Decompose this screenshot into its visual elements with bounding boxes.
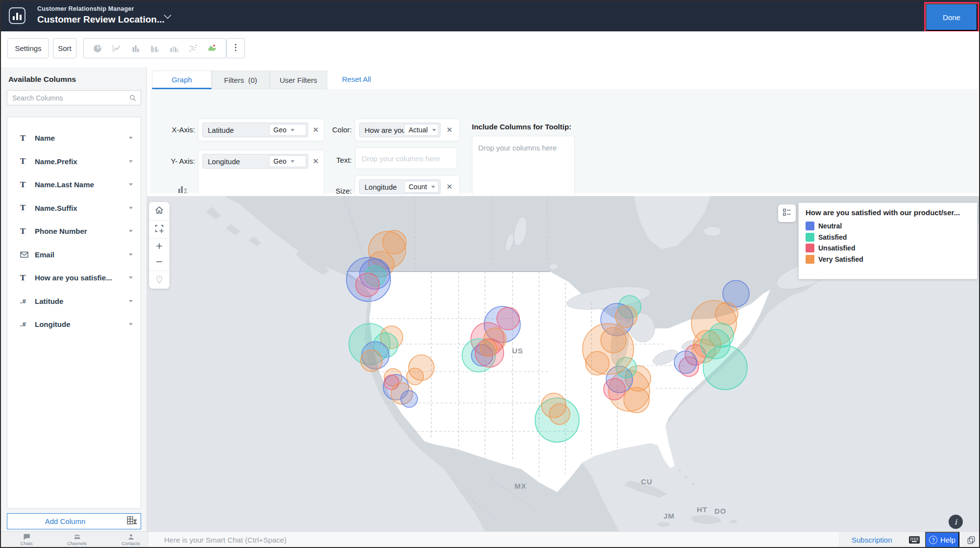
map-bubble-orange[interactable]	[624, 387, 649, 413]
help-button[interactable]: ? Help	[925, 532, 959, 548]
map-label-ht: HT	[697, 505, 708, 514]
chevron-down-icon[interactable]	[129, 207, 133, 209]
chevron-down-icon[interactable]	[129, 183, 133, 186]
smart-chat-bar[interactable]: Here is your Smart Chat (Ctrl+Space)	[147, 532, 839, 548]
tab-filters[interactable]: Filters (0)	[212, 71, 270, 89]
y-axis-column-chip[interactable]: Longitude Geo	[202, 154, 308, 169]
chevron-down-icon	[291, 129, 294, 131]
scatter-chart-icon[interactable]	[187, 43, 199, 54]
y-axis-mode-dropdown[interactable]: Geo	[269, 155, 306, 167]
map-bubble-red[interactable]	[604, 378, 625, 400]
map-zoom-out-button[interactable]	[149, 254, 170, 271]
map-bubble-orange[interactable]	[480, 340, 497, 356]
search-columns-box	[7, 90, 141, 105]
chevron-down-icon[interactable]	[129, 300, 133, 302]
color-clear-icon[interactable]: ✕	[446, 126, 453, 133]
legend-item-unsatisfied[interactable]: Unsatisfied	[806, 243, 970, 254]
map-bubble-blue[interactable]	[674, 351, 697, 374]
map-zoom-area-button[interactable]	[149, 220, 170, 238]
sort-button[interactable]: Sort	[53, 38, 76, 58]
map-bubble-blue[interactable]	[401, 391, 417, 407]
map-bubble-red[interactable]	[497, 307, 519, 330]
chevron-down-icon[interactable]	[129, 137, 133, 139]
bottom-nav-chats[interactable]: Chats	[4, 532, 49, 546]
legend-label: Satisfied	[818, 233, 847, 241]
bottom-nav-contacts[interactable]: Contacts	[109, 532, 153, 546]
bar-chart-icon[interactable]	[130, 43, 142, 54]
color-field: How are you... Actual ✕	[355, 119, 459, 141]
map-zoom-in-button[interactable]	[149, 238, 170, 254]
combo-chart-icon[interactable]	[168, 43, 180, 54]
feedback-pages-button[interactable]	[966, 535, 976, 547]
location-pin-icon: ?	[154, 274, 164, 286]
subscription-link[interactable]: Subscription	[852, 536, 892, 544]
map-bubble-teal[interactable]	[701, 329, 730, 359]
search-input[interactable]	[7, 91, 141, 105]
column-item-how-are-you-satisfie[interactable]: T How are you satisfie...	[7, 266, 141, 290]
line-chart-icon[interactable]	[111, 43, 122, 54]
question-icon: ?	[929, 536, 937, 544]
column-item-name-last-name[interactable]: T Name.Last Name	[7, 173, 141, 197]
size-column-chip[interactable]: Longitude Count	[359, 179, 441, 194]
x-axis-column-chip[interactable]: Latitude Geo	[202, 123, 308, 137]
add-formula-column-button[interactable]: Σ	[123, 513, 141, 529]
size-label: Size:	[308, 187, 352, 195]
chevron-down-icon[interactable]	[129, 230, 133, 232]
map-bubble-orange[interactable]	[615, 306, 637, 327]
chevron-down-icon[interactable]	[129, 276, 133, 279]
legend-item-very-satisfied[interactable]: Very Satisfied	[806, 254, 970, 265]
column-label: Name	[35, 134, 129, 142]
size-clear-icon[interactable]: ✕	[446, 183, 453, 190]
map-home-button[interactable]	[149, 202, 170, 220]
x-axis-mode-dropdown[interactable]: Geo	[269, 124, 306, 136]
color-column-chip[interactable]: How are you... Actual	[359, 123, 441, 137]
map-bubble-orange[interactable]	[407, 368, 423, 385]
legend-item-satisfied[interactable]: Satisfied	[806, 232, 970, 243]
tab-user-filters[interactable]: User Filters	[270, 71, 327, 89]
app-window: Customer Relationship Manager Customer R…	[0, 0, 980, 548]
map-bubble-red[interactable]	[356, 273, 379, 297]
more-chart-types-button[interactable]	[226, 38, 245, 58]
chat-icon	[4, 533, 49, 541]
bottom-bar: Chats Channels Contacts Here is your Sma…	[1, 531, 979, 548]
text-type-icon: T	[20, 134, 35, 143]
column-item-email[interactable]: Email	[7, 243, 141, 267]
column-item-name[interactable]: T Name	[7, 126, 141, 150]
grouped-bar-chart-icon[interactable]	[149, 43, 161, 54]
chevron-down-icon[interactable]	[129, 323, 133, 325]
size-mode-dropdown[interactable]: Count	[404, 181, 439, 193]
reset-all-link[interactable]: Reset All	[342, 75, 371, 83]
legend-item-neutral[interactable]: Neutral	[806, 221, 970, 232]
legend-list-icon	[782, 207, 792, 220]
settings-button[interactable]: Settings	[7, 38, 49, 58]
map-bubble-orange[interactable]	[361, 350, 382, 372]
add-column-button[interactable]: Add Column	[7, 513, 123, 529]
done-button[interactable]: Done	[926, 3, 978, 31]
chevron-down-icon[interactable]	[162, 11, 173, 23]
column-item-name-suffix[interactable]: T Name.Suffix	[7, 197, 141, 220]
map-bubble-orange[interactable]	[601, 327, 626, 353]
column-item-name-prefix[interactable]: T Name.Prefix	[7, 150, 141, 174]
chevron-down-icon[interactable]	[129, 160, 133, 163]
contacts-icon	[109, 533, 153, 541]
column-item-longitude[interactable]: .# Longitude	[7, 313, 141, 336]
legend-swatch	[806, 222, 814, 230]
map-chart-icon[interactable]	[206, 43, 218, 54]
column-item-phone-number[interactable]: T Phone Number	[7, 220, 141, 243]
chevron-down-icon[interactable]	[129, 253, 133, 256]
svg-text:?: ?	[158, 276, 160, 280]
info-button[interactable]: i	[949, 515, 963, 529]
keyboard-shortcuts-button[interactable]	[908, 535, 920, 547]
bottom-nav-channels[interactable]: Channels	[55, 532, 99, 546]
color-mode-dropdown[interactable]: Actual	[404, 124, 439, 136]
smart-chat-placeholder: Here is your Smart Chat (Ctrl+Space)	[164, 536, 287, 544]
map-bubble-orange[interactable]	[383, 230, 406, 254]
column-item-latitude[interactable]: .# Latitude	[7, 290, 141, 313]
pie-chart-icon[interactable]	[92, 43, 103, 54]
map-locate-button[interactable]: ?	[149, 271, 170, 289]
text-drop-zone[interactable]: Drop your columns here	[355, 148, 457, 169]
tab-graph[interactable]: Graph	[152, 71, 212, 89]
map-bubble-orange[interactable]	[586, 351, 609, 375]
map-bubble-orange[interactable]	[549, 404, 570, 424]
legend-toggle-button[interactable]	[778, 204, 796, 222]
